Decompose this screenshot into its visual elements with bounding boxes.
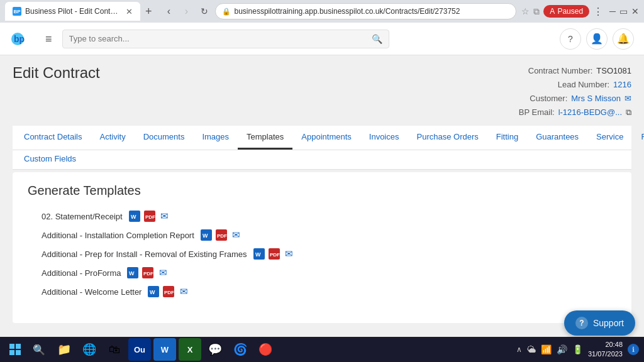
back-button[interactable]: ‹ bbox=[161, 3, 177, 19]
tab-contract-details[interactable]: Contract Details bbox=[15, 126, 91, 150]
copy-email-icon[interactable]: ⧉ bbox=[626, 106, 631, 119]
list-item: 02. Statement/Receipt W PDF ✉ bbox=[42, 207, 616, 226]
email-icon-5[interactable]: ✉ bbox=[177, 285, 191, 298]
new-tab-button[interactable]: + bbox=[143, 5, 155, 18]
tab-guarantees[interactable]: Guarantees bbox=[527, 126, 587, 150]
email-icon-4[interactable]: ✉ bbox=[156, 266, 170, 279]
bp-email-link[interactable]: l-1216-BEDG@... bbox=[558, 106, 622, 119]
word-icon-3[interactable]: W bbox=[252, 248, 266, 260]
notifications-icon[interactable]: 🔔 bbox=[613, 28, 634, 50]
svg-text:PDF: PDF bbox=[270, 252, 280, 258]
avatar-paused[interactable]: A Paused bbox=[543, 5, 589, 18]
tab-invoices[interactable]: Invoices bbox=[360, 126, 408, 150]
pdf-icon-2[interactable]: PDF bbox=[214, 229, 228, 241]
hamburger-menu[interactable]: ≡ bbox=[43, 31, 55, 47]
email-customer-icon[interactable]: ✉ bbox=[625, 92, 631, 106]
address-bar[interactable]: 🔒 businesspilottraining.app.businesspilo… bbox=[215, 3, 517, 19]
email-icon-1[interactable]: ✉ bbox=[158, 210, 172, 222]
lock-icon: 🔒 bbox=[222, 8, 231, 16]
split-view-icon[interactable]: ⧉ bbox=[533, 6, 540, 17]
word-icon-4[interactable]: W bbox=[126, 266, 140, 279]
word-icon-2[interactable]: W bbox=[199, 229, 213, 241]
start-button[interactable] bbox=[5, 339, 25, 359]
tab-service[interactable]: Service bbox=[587, 126, 632, 150]
template-name-2: Additional - Installation Completion Rep… bbox=[42, 231, 194, 240]
support-button[interactable]: ? Support bbox=[564, 310, 635, 336]
taskbar-teams-icon[interactable]: 💬 bbox=[204, 338, 226, 361]
pdf-icon-3[interactable]: PDF bbox=[267, 248, 281, 260]
lead-number-row: Lead Number: 1216 bbox=[519, 78, 631, 92]
bookmark-star-icon[interactable]: ☆ bbox=[521, 6, 530, 16]
taskbar-app2-icon[interactable]: 🔴 bbox=[254, 338, 277, 361]
svg-rect-25 bbox=[16, 350, 21, 355]
svg-text:PDF: PDF bbox=[143, 271, 153, 277]
tabs-wrapper: Contract Details Activity Documents Imag… bbox=[13, 126, 631, 170]
taskbar-outlook-icon[interactable]: Ou bbox=[128, 338, 151, 361]
tab-custom-fields[interactable]: Custom Fields bbox=[15, 150, 85, 169]
tab-purchase-orders[interactable]: Purchase Orders bbox=[408, 126, 487, 150]
tab-activity[interactable]: Activity bbox=[91, 126, 134, 150]
taskbar-weather-icon: 🌥 bbox=[527, 344, 536, 354]
list-item: Additional - ProForma W PDF ✉ bbox=[42, 263, 616, 282]
pdf-icon-4[interactable]: PDF bbox=[141, 266, 155, 279]
word-icon-1[interactable]: W bbox=[128, 210, 142, 222]
bp-email-row: BP Email: l-1216-BEDG@... ⧉ bbox=[519, 106, 631, 119]
contract-number-label: Contract Number: bbox=[528, 64, 593, 78]
svg-text:W: W bbox=[150, 289, 155, 295]
taskbar-word-icon[interactable]: W bbox=[153, 338, 176, 361]
svg-text:bp: bp bbox=[14, 34, 25, 44]
minimize-button[interactable]: ─ bbox=[609, 6, 616, 16]
forward-button[interactable]: › bbox=[179, 3, 195, 19]
email-icon-3[interactable]: ✉ bbox=[282, 248, 296, 260]
taskbar-clock[interactable]: 20:48 31/07/2023 bbox=[588, 340, 623, 359]
refresh-button[interactable]: ↻ bbox=[196, 3, 213, 19]
taskbar-file-icon[interactable]: 📁 bbox=[53, 338, 75, 361]
taskbar-excel-icon[interactable]: X bbox=[179, 338, 201, 361]
paused-label: Paused bbox=[557, 7, 583, 16]
browser-tab[interactable]: BP Business Pilot - Edit Contract ✕ bbox=[5, 2, 140, 21]
maximize-button[interactable]: ▭ bbox=[619, 6, 628, 16]
svg-text:W: W bbox=[203, 233, 208, 239]
taskbar-search-icon[interactable]: 🔍 bbox=[28, 338, 50, 361]
svg-text:W: W bbox=[129, 270, 135, 277]
list-item: Additional - Prep for Install - Removal … bbox=[42, 244, 616, 263]
tab-appointments[interactable]: Appointments bbox=[292, 126, 360, 150]
bp-logo: bp bbox=[10, 29, 35, 49]
content-area: Generate Templates 02. Statement/Receipt… bbox=[13, 172, 631, 323]
taskbar-chrome-icon[interactable]: 🌀 bbox=[229, 338, 252, 361]
main-content: Edit Contract Contract Number: TSO1081 L… bbox=[0, 55, 644, 323]
search-bar[interactable]: 🔍 bbox=[62, 30, 389, 48]
browser-action-icons: ☆ ⧉ A Paused ⋮ bbox=[521, 5, 603, 18]
lead-number-link[interactable]: 1216 bbox=[613, 78, 631, 92]
svg-text:PDF: PDF bbox=[145, 214, 155, 220]
taskbar-notification-icon[interactable]: ℹ bbox=[628, 344, 639, 355]
taskbar-chevron-icon[interactable]: ∧ bbox=[516, 345, 522, 354]
close-icon[interactable]: ✕ bbox=[126, 7, 133, 16]
svg-rect-23 bbox=[16, 344, 21, 349]
taskbar-edge-icon[interactable]: 🌐 bbox=[78, 338, 101, 361]
pdf-icon-1[interactable]: PDF bbox=[143, 210, 157, 222]
close-window-button[interactable]: ✕ bbox=[631, 6, 639, 16]
support-circle-icon: ? bbox=[575, 317, 588, 329]
word-icon-5[interactable]: W bbox=[147, 285, 160, 298]
customer-link[interactable]: Mrs S Misson bbox=[571, 92, 621, 106]
support-label: Support bbox=[593, 318, 624, 328]
browser-chrome: BP Business Pilot - Edit Contract ✕ + ‹ … bbox=[0, 0, 644, 23]
tab-images[interactable]: Images bbox=[193, 126, 238, 150]
tab-templates[interactable]: Templates bbox=[238, 126, 292, 150]
address-text: businesspilottraining.app.businesspilot.… bbox=[235, 7, 510, 16]
customer-label: Customer: bbox=[530, 92, 567, 106]
more-options-icon[interactable]: ⋮ bbox=[593, 6, 603, 18]
template-list: 02. Statement/Receipt W PDF ✉ Additional… bbox=[28, 207, 616, 301]
tab-fitting[interactable]: Fitting bbox=[487, 126, 527, 150]
tab-finance[interactable]: Finance bbox=[632, 126, 644, 150]
email-icon-2[interactable]: ✉ bbox=[230, 229, 243, 241]
svg-text:W: W bbox=[131, 214, 136, 220]
taskbar-store-icon[interactable]: 🛍 bbox=[103, 338, 126, 361]
tab-documents[interactable]: Documents bbox=[135, 126, 194, 150]
search-input[interactable] bbox=[69, 34, 367, 43]
help-icon[interactable]: ? bbox=[560, 28, 581, 50]
pdf-icon-5[interactable]: PDF bbox=[162, 285, 175, 298]
tab-title: Business Pilot - Edit Contract bbox=[25, 7, 119, 16]
user-icon[interactable]: 👤 bbox=[586, 28, 608, 50]
